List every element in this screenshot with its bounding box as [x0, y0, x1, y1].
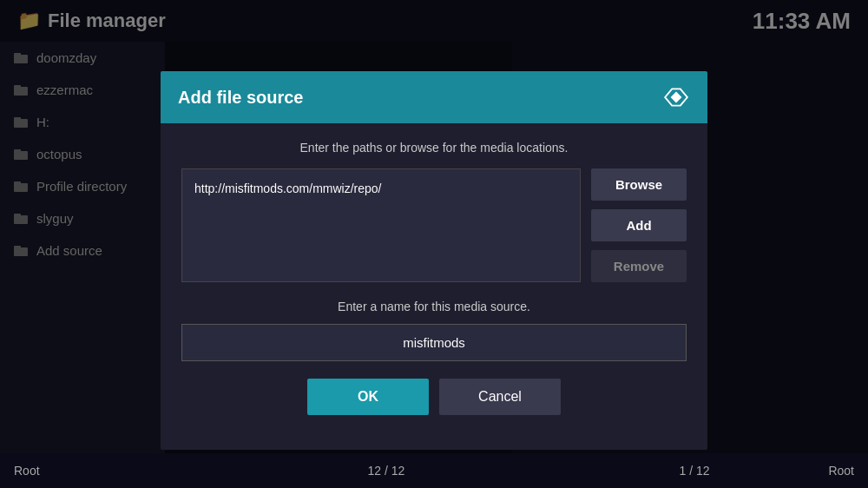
- footer-left-label: Root: [0, 464, 165, 478]
- path-input-area[interactable]: http://misfitmods.com/mmwiz/repo/: [181, 168, 581, 282]
- browse-button[interactable]: Browse: [591, 168, 687, 201]
- add-file-source-dialog: Add file source Enter the paths or brows…: [161, 71, 707, 450]
- footer-right-label: Root: [781, 464, 868, 478]
- add-button[interactable]: Add: [591, 209, 687, 241]
- dialog-path-description: Enter the paths or browse for the media …: [181, 141, 687, 155]
- name-description: Enter a name for this media source.: [181, 300, 687, 313]
- dialog-body: Enter the paths or browse for the media …: [161, 123, 707, 450]
- footer-right-count: 1 / 12: [608, 464, 781, 478]
- remove-button[interactable]: Remove: [591, 250, 687, 282]
- source-name-input[interactable]: [181, 324, 687, 361]
- dialog-name-section: Enter a name for this media source.: [181, 300, 687, 361]
- kodi-logo-icon: [662, 83, 690, 111]
- cancel-button[interactable]: Cancel: [439, 379, 561, 415]
- footer-center-count: 12 / 12: [165, 464, 608, 478]
- footer: Root 12 / 12 1 / 12 Root: [0, 453, 868, 488]
- dialog-footer-buttons: OK Cancel: [181, 379, 687, 432]
- dialog-title: Add file source: [178, 88, 303, 108]
- side-buttons: Browse Add Remove: [591, 168, 687, 282]
- svg-marker-1: [671, 92, 682, 103]
- dialog-header: Add file source: [161, 71, 707, 123]
- dialog-path-section: http://misfitmods.com/mmwiz/repo/ Browse…: [181, 168, 687, 282]
- ok-button[interactable]: OK: [307, 379, 429, 415]
